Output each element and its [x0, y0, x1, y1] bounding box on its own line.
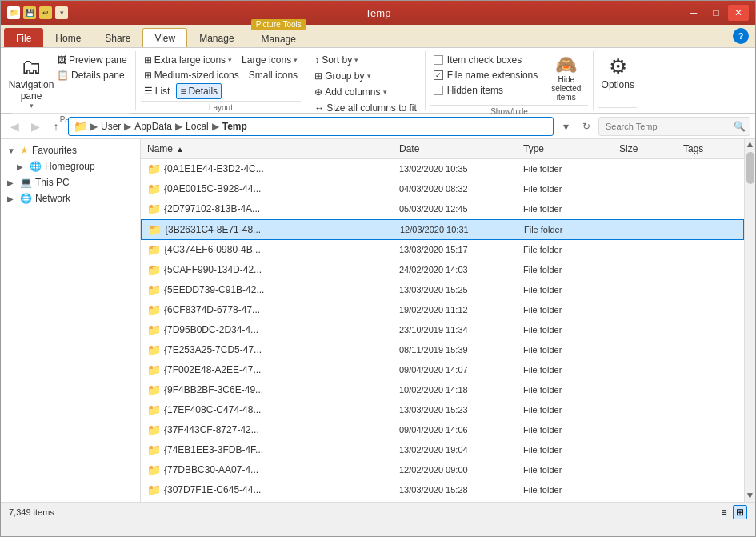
group-icon: ⊞	[314, 70, 322, 82]
list-button[interactable]: ☰ List	[141, 83, 174, 99]
path-temp[interactable]: Temp	[222, 121, 247, 132]
file-type-cell: File folder	[517, 303, 613, 316]
table-row[interactable]: 📁 {37F443CF-8727-42... 09/04/2020 14:06 …	[141, 420, 744, 440]
scroll-down-button[interactable]: ▼	[746, 491, 755, 500]
add-columns-button[interactable]: ⊕ Add columns ▾	[311, 85, 390, 99]
table-row[interactable]: 📁 {307D7F1E-C645-44... 13/03/2020 15:28 …	[141, 480, 744, 500]
table-row[interactable]: 📁 {5EEDD739-C91B-42... 13/03/2020 15:25 …	[141, 280, 744, 300]
tab-view[interactable]: View	[142, 28, 187, 47]
minimize-button[interactable]: ─	[683, 5, 704, 21]
folder-icon: 📁	[147, 263, 161, 276]
file-size-cell	[614, 228, 678, 231]
col-header-name[interactable]: Name ▲	[141, 142, 393, 156]
tab-manage[interactable]: Manage	[187, 28, 246, 47]
details-view-button[interactable]: ≡	[717, 505, 731, 519]
options-label: Options	[602, 79, 634, 90]
details-pane-button[interactable]: 📋 Details pane	[54, 68, 130, 82]
sort-by-button[interactable]: ↕ Sort by ▾	[311, 53, 362, 67]
table-row[interactable]: 📁 {0AE0015C-B928-44... 04/03/2020 08:32 …	[141, 179, 744, 199]
table-row[interactable]: 📁 {77DBBC30-AA07-4... 12/02/2020 09:00 F…	[141, 460, 744, 480]
path-local[interactable]: Local	[186, 121, 209, 132]
table-row[interactable]: 📁 {0A1E1E44-E3D2-4C... 13/02/2020 10:35 …	[141, 159, 744, 179]
table-row[interactable]: 📁 {17EF408C-C474-48... 13/03/2020 15:23 …	[141, 400, 744, 420]
large-icons-view-button[interactable]: ⊞	[733, 505, 747, 519]
table-row[interactable]: 📁 {4C374EF6-0980-4B... 13/03/2020 15:17 …	[141, 240, 744, 260]
maximize-button[interactable]: □	[706, 5, 726, 21]
refresh-button[interactable]: ↻	[578, 118, 595, 135]
scroll-thumb[interactable]	[746, 152, 754, 184]
hide-selected-button[interactable]: 🙈 Hide selecteditems	[544, 53, 588, 103]
sidebar-item-network[interactable]: ▶ 🌐 Network	[1, 190, 140, 206]
network-icon: 🌐	[20, 193, 32, 204]
picture-tools-label: Picture Tools	[251, 19, 306, 30]
up-button[interactable]: ↑	[47, 118, 65, 135]
sidebar-item-thispc[interactable]: ▶ 💻 This PC	[1, 174, 140, 190]
file-name-cell: 📁 {77DBBC30-AA07-4...	[141, 462, 393, 478]
dropdown-arrow-icon[interactable]: ▾	[55, 6, 68, 19]
table-row[interactable]: 📁 {484DBDD2-DF10-4... 09/11/2020 07:57 F…	[141, 500, 744, 502]
folder-icon: 📁	[147, 483, 161, 496]
table-row[interactable]: 📁 {74EB1EE3-3FDB-4F... 13/02/2020 19:04 …	[141, 440, 744, 460]
file-size-cell	[613, 428, 677, 431]
file-name-cell: 📁 {17EF408C-C474-48...	[141, 402, 393, 418]
layout-row1: ⊞ Extra large icons ▾ Large icons ▾	[141, 53, 301, 67]
tab-picture-tools-manage[interactable]: Manage	[250, 30, 308, 47]
table-row[interactable]: 📁 {2D797102-813B-4A... 05/03/2020 12:45 …	[141, 199, 744, 219]
scrollbar[interactable]: ▲ ▼	[744, 139, 755, 502]
ribbon-section-options: ⚙ Options	[594, 51, 642, 110]
tab-share[interactable]: Share	[93, 28, 142, 47]
file-date-cell: 08/11/2019 15:39	[393, 343, 517, 356]
file-list-header: Name ▲ Date Type Size Tags	[141, 139, 744, 159]
file-name-extensions-toggle[interactable]: ✓ File name extensions	[430, 68, 541, 82]
table-row[interactable]: 📁 {9F4BB2BF-3C6E-49... 10/02/2020 14:18 …	[141, 380, 744, 400]
size-all-columns-button[interactable]: ↔ Size all columns to fit	[311, 101, 420, 115]
folder-icon: 📁	[147, 162, 161, 175]
options-button[interactable]: ⚙ Options	[598, 53, 637, 92]
tab-file[interactable]: File	[4, 28, 43, 47]
preview-pane-button[interactable]: 🖼 Preview pane	[54, 53, 130, 67]
navigation-pane-button[interactable]: 🗂 Navigationpane ▾	[12, 53, 50, 111]
col-header-date[interactable]: Date	[393, 142, 517, 156]
table-row[interactable]: 📁 {6CF8374D-6778-47... 19/02/2020 11:12 …	[141, 300, 744, 320]
group-by-button[interactable]: ⊞ Group by ▾	[311, 69, 374, 83]
file-type-cell: File folder	[517, 343, 613, 356]
options-section-label	[598, 107, 637, 110]
extra-large-icons-button[interactable]: ⊞ Extra large icons ▾	[141, 53, 235, 67]
dropdown-button[interactable]: ▾	[557, 118, 574, 135]
help-button[interactable]: ?	[733, 28, 749, 44]
forward-button[interactable]: ▶	[26, 118, 44, 135]
path-appdata[interactable]: AppData	[134, 121, 172, 132]
tab-home[interactable]: Home	[43, 28, 93, 47]
large-icons-button[interactable]: Large icons ▾	[238, 53, 301, 67]
medium-icons-button[interactable]: ⊞ Medium-sized icons	[141, 68, 242, 82]
file-name-cell: 📁 {5CAFF990-134D-42...	[141, 262, 393, 278]
panes-content: 🗂 Navigationpane ▾ 🖼 Preview pane 📋 Deta…	[12, 51, 130, 113]
file-date-cell: 13/03/2020 15:17	[393, 243, 517, 256]
table-row[interactable]: 📁 {7D95B0DC-2D34-4... 23/10/2019 11:34 F…	[141, 320, 744, 340]
hidden-items-toggle[interactable]: Hidden items	[430, 83, 541, 98]
sidebar-item-homegroup[interactable]: ▶ 🌐 Homegroup	[1, 158, 140, 174]
table-row[interactable]: 📁 {7F002E48-A2EE-47... 09/04/2020 14:07 …	[141, 360, 744, 380]
table-row[interactable]: 📁 {5CAFF990-134D-42... 24/02/2020 14:03 …	[141, 260, 744, 280]
table-row[interactable]: 📁 {7E253A25-7CD5-47... 08/11/2019 15:39 …	[141, 340, 744, 360]
search-input[interactable]	[598, 117, 750, 136]
folder-icon: 📁	[147, 403, 161, 416]
details-button[interactable]: ≡ Details	[176, 83, 222, 99]
scroll-up-button[interactable]: ▲	[746, 139, 755, 149]
path-user[interactable]: User	[101, 121, 121, 132]
nav-pane-icon: 🗂	[21, 54, 42, 79]
large-icons-dropdown: ▾	[294, 56, 298, 64]
back-button[interactable]: ◀	[6, 118, 23, 135]
file-tags-cell	[677, 428, 744, 431]
address-path[interactable]: 📁 ▶ User ▶ AppData ▶ Local ▶ Temp	[68, 117, 554, 136]
col-header-tags[interactable]: Tags	[677, 142, 744, 156]
col-header-type[interactable]: Type	[517, 142, 613, 156]
table-row[interactable]: 📁 {3B2631C4-8E71-48... 12/03/2020 10:31 …	[141, 219, 744, 240]
small-icons-button[interactable]: Small icons	[246, 68, 301, 82]
sidebar-item-favourites[interactable]: ▼ ★ Favourites	[1, 142, 140, 158]
show-hide-checkboxes: Item check boxes ✓ File name extensions …	[430, 53, 541, 98]
sidebar-item-label-homegroup: Homegroup	[45, 161, 95, 172]
col-header-size[interactable]: Size	[613, 142, 677, 156]
item-check-boxes-toggle[interactable]: Item check boxes	[430, 53, 541, 67]
close-button[interactable]: ✕	[728, 5, 749, 21]
